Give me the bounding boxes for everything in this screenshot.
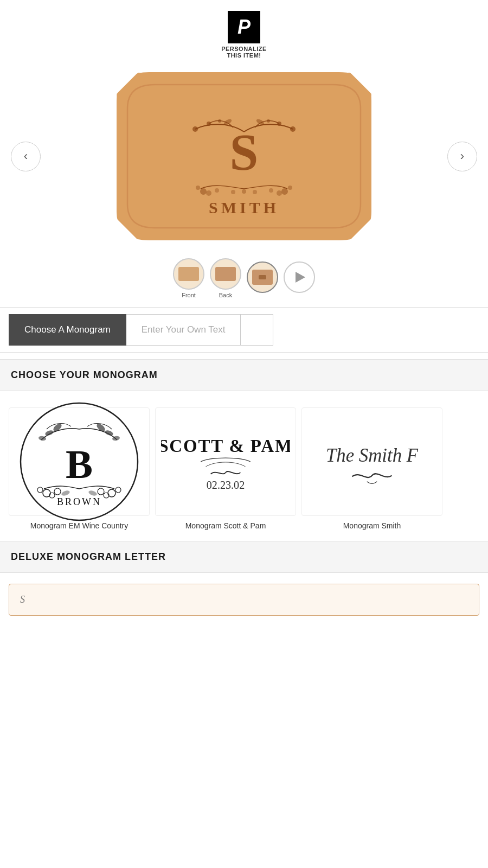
scott-pam-svg: SCOTT & PAM 02.23.02 [161, 416, 290, 508]
deluxe-section [0, 573, 488, 632]
svg-point-34 [37, 487, 43, 493]
deluxe-monogram-input[interactable] [9, 584, 479, 616]
prev-image-button[interactable]: ‹ [11, 142, 41, 171]
monogram-wine-country-image: B BROWN [9, 407, 150, 516]
personalize-icon: P [228, 11, 260, 43]
header-area: P PERSONALIZETHIS ITEM! [0, 0, 488, 64]
thumbnail-back-circle[interactable] [210, 258, 241, 290]
product-image-area: ‹ [0, 64, 488, 254]
svg-text:The Smith F: The Smith F [326, 445, 419, 466]
tab-row: Choose A Monogram Enter Your Own Text [0, 314, 488, 346]
personalize-badge: P PERSONALIZETHIS ITEM! [221, 11, 267, 59]
svg-point-22 [231, 190, 235, 194]
deluxe-input-area [0, 573, 488, 632]
svg-point-9 [277, 122, 281, 126]
svg-point-17 [281, 188, 288, 195]
monogram-item-wine-country[interactable]: B BROWN Monogram EM Wine Country [9, 407, 150, 530]
svg-text:02.23.02: 02.23.02 [207, 479, 245, 491]
tab-extra[interactable] [241, 314, 273, 346]
thumbnail-active-circle[interactable] [247, 261, 278, 293]
svg-text:B: B [66, 442, 93, 487]
thumbnail-row: Front Back [0, 254, 488, 301]
svg-point-18 [288, 186, 292, 190]
svg-point-21 [242, 189, 246, 194]
monogram-section-header: CHOOSE YOUR MONOGRAM [0, 359, 488, 391]
monogram-grid: B BROWN Monogram EM Wine Country SCOTT &… [0, 391, 488, 541]
thumbnail-play[interactable] [284, 261, 315, 295]
monogram-scott-pam-image: SCOTT & PAM 02.23.02 [155, 407, 296, 516]
play-icon [296, 272, 305, 283]
svg-point-6 [207, 122, 211, 126]
tab-enter-own-text[interactable]: Enter Your Own Text [126, 314, 241, 346]
svg-point-31 [104, 430, 114, 437]
monogram-item-scott-pam[interactable]: SCOTT & PAM 02.23.02 Monogram Scott & Pa… [155, 407, 296, 530]
svg-point-19 [277, 190, 282, 196]
tab-choose-monogram[interactable]: Choose A Monogram [9, 314, 126, 346]
svg-point-14 [196, 186, 200, 190]
next-image-button[interactable]: › [447, 142, 477, 171]
thumbnail-back-label: Back [219, 292, 232, 298]
svg-text:SCOTT & PAM: SCOTT & PAM [161, 436, 290, 456]
monogram-smith-label: Monogram Smith [343, 521, 401, 530]
smith-monogram-svg: The Smith F [307, 416, 436, 508]
thumbnail-front-label: Front [182, 292, 196, 298]
monogram-smith-image: The Smith F [301, 407, 442, 516]
thumbnail-play-circle[interactable] [284, 261, 315, 293]
svg-point-15 [206, 190, 211, 196]
monogram-scott-pam-label: Monogram Scott & Pam [185, 521, 266, 530]
thumb-back-img [215, 267, 236, 281]
thumbnail-active[interactable] [247, 261, 278, 295]
svg-point-41 [61, 490, 70, 497]
separator-2 [0, 352, 488, 353]
svg-point-7 [218, 119, 221, 123]
svg-point-13 [200, 188, 207, 195]
svg-point-8 [290, 126, 296, 132]
svg-text:BROWN: BROWN [57, 496, 101, 507]
monogram-wine-country-label: Monogram EM Wine Country [30, 521, 129, 530]
thumb-front-img [178, 267, 199, 281]
thumbnail-front[interactable]: Front [173, 258, 204, 298]
svg-point-28 [44, 430, 54, 437]
thumb-active-img [252, 270, 273, 285]
svg-point-5 [192, 126, 198, 132]
svg-point-36 [54, 488, 61, 495]
badge-text: PERSONALIZETHIS ITEM! [221, 46, 267, 59]
svg-text:SMITH: SMITH [209, 199, 279, 216]
svg-text:S: S [230, 124, 259, 181]
separator-1 [0, 307, 488, 308]
thumbnail-back[interactable]: Back [210, 258, 241, 298]
cutting-board-svg: S SMITH [114, 69, 374, 243]
svg-point-10 [267, 119, 270, 123]
svg-point-40 [98, 488, 104, 495]
monogram-item-smith[interactable]: The Smith F Monogram Smith [301, 407, 442, 530]
svg-point-38 [115, 487, 121, 493]
deluxe-section-header: DELUXE MONOGRAM LETTER [0, 541, 488, 573]
svg-point-16 [215, 188, 219, 193]
svg-point-42 [88, 490, 98, 497]
cutting-board: S SMITH [114, 69, 374, 243]
thumbnail-front-circle[interactable] [173, 258, 204, 290]
svg-point-20 [269, 188, 273, 193]
svg-point-23 [253, 190, 257, 194]
wine-country-svg: B BROWN [17, 399, 142, 524]
